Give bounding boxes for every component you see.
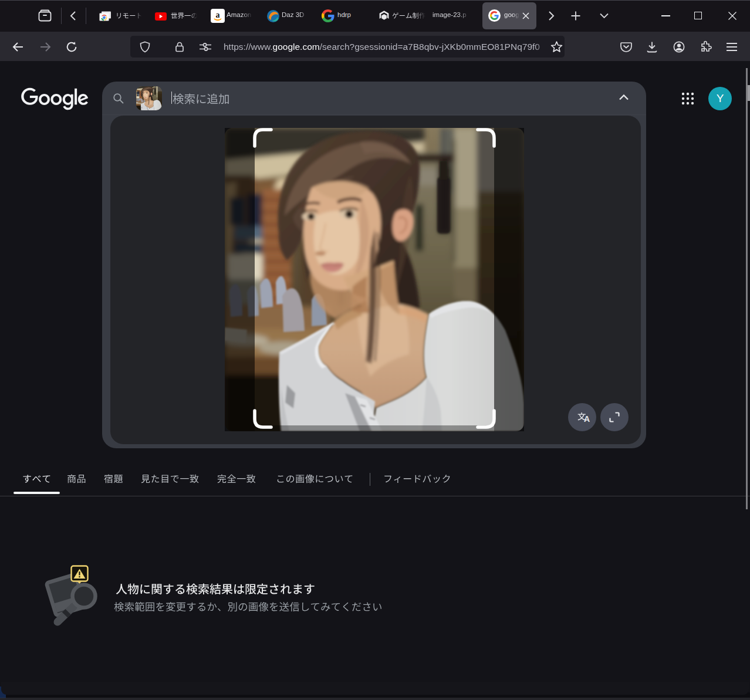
svg-text:a: a (216, 11, 220, 19)
